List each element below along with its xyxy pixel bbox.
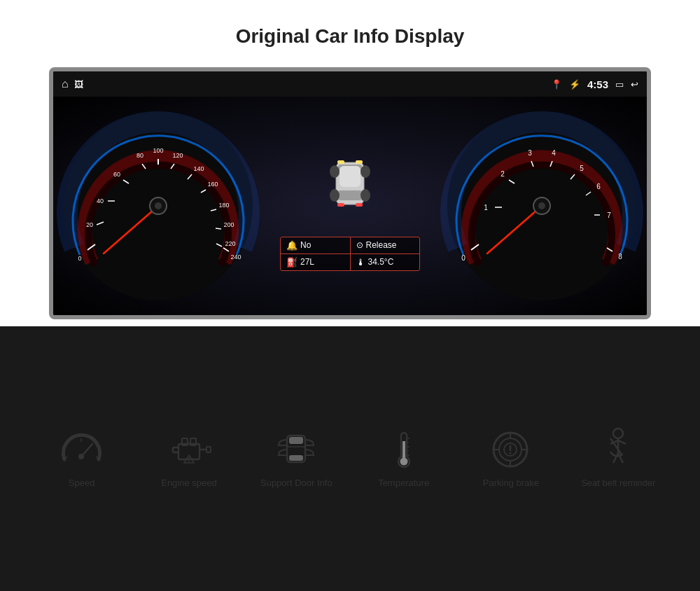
back-icon: ↩ [631,79,638,90]
svg-text:1: 1 [484,204,488,211]
info-row-top: 🔔 No ⊙ Release [281,237,419,254]
location-icon: 📍 [551,79,562,90]
svg-text:0: 0 [461,254,465,262]
home-icon: ⌂ [62,78,69,90]
seatbelt-icon: 🔔 [286,240,298,251]
svg-text:60: 60 [113,171,120,178]
feature-speed: Speed [40,429,124,489]
gauge-area: 0 20 40 60 80 100 120 140 160 180 [53,97,647,315]
svg-rect-33 [338,190,362,200]
svg-rect-40 [337,203,344,207]
parking-icon: ⊙ [356,240,363,250]
svg-rect-39 [356,160,363,164]
svg-text:5: 5 [580,165,584,172]
temp-value: 34.5°C [368,257,394,267]
seatbelt-value: No [300,240,311,250]
svg-text:40: 40 [97,197,104,204]
svg-rect-41 [356,203,363,207]
temperature-icon-area [379,429,428,471]
svg-text:120: 120 [172,152,183,159]
seatbelt-cell: 🔔 No [281,237,351,253]
parking-brake-label: Parking brake [483,478,539,489]
temp-cell: 🌡 34.5°C [351,254,420,270]
svg-rect-85 [402,441,405,458]
svg-text:7: 7 [607,211,611,219]
seatbelt-icon-area [594,429,643,471]
feature-engine: Engine speed [147,429,231,489]
svg-point-78 [188,461,190,462]
svg-rect-38 [337,160,344,164]
status-bar: ⌂ 🖼 📍 ⚡ 4:53 ▭ ↩ [53,71,647,97]
svg-text:20: 20 [86,221,93,228]
image-icon: 🖼 [74,79,83,90]
svg-text:220: 220 [225,240,235,247]
svg-text:0: 0 [78,255,81,262]
feature-temperature: Temperature [362,429,446,489]
status-time: 4:53 [587,78,608,90]
bluetooth-icon: ⚡ [569,79,580,90]
car-icon-area [322,141,378,225]
svg-text:4: 4 [552,149,556,157]
svg-text:3: 3 [528,149,532,157]
temp-icon: 🌡 [356,257,365,267]
speed-label: Speed [69,478,95,489]
status-left: ⌂ 🖼 [62,78,83,90]
engine-label: Engine speed [161,478,217,489]
fuel-value: 27L [300,257,314,267]
seatbelt-label: Seat belt reminder [581,478,655,489]
svg-text:8: 8 [618,253,622,260]
center-panel: 🔔 No ⊙ Release ⛽ 27L 🌡 34.5°C [273,101,427,311]
svg-text:6: 6 [596,183,601,190]
svg-rect-69 [178,444,200,459]
speed-icon-area [57,429,106,471]
info-box: 🔔 No ⊙ Release ⛽ 27L 🌡 34.5°C [280,237,420,271]
svg-point-36 [330,189,340,202]
svg-text:80: 80 [136,152,144,159]
speedometer-gauge: 0 20 40 60 80 100 120 140 160 180 [53,101,263,311]
screen-icon: ▭ [615,79,624,90]
tachometer-gauge: 0 1 2 3 4 5 6 7 8 [437,101,647,311]
fuel-cell: ⛽ 27L [281,254,351,270]
svg-point-86 [400,457,407,465]
svg-rect-76 [206,447,211,452]
door-label: Support Door Info [260,478,332,489]
feature-door: Support Door Info [254,429,338,489]
status-right: 📍 ⚡ 4:53 ▭ ↩ [551,78,638,90]
temperature-label: Temperature [378,478,429,489]
svg-point-35 [360,165,370,178]
info-row-bottom: ⛽ 27L 🌡 34.5°C [281,254,419,270]
svg-point-96 [510,452,512,454]
svg-point-29 [155,202,162,209]
svg-text:180: 180 [218,202,229,209]
svg-rect-81 [289,455,303,461]
svg-rect-80 [289,437,303,444]
feature-parking-brake: Parking brake [469,429,553,489]
svg-point-34 [330,165,340,178]
svg-point-63 [538,202,545,209]
svg-text:160: 160 [207,181,218,188]
engine-icon-area [164,429,214,471]
svg-text:200: 200 [223,221,234,228]
svg-point-37 [360,189,370,202]
svg-point-65 [78,454,84,459]
svg-text:2: 2 [500,170,505,178]
svg-rect-32 [340,166,360,187]
svg-text:240: 240 [230,253,241,260]
svg-point-101 [613,429,623,438]
features-section: Speed Engine speed [0,326,700,591]
svg-line-104 [618,440,626,444]
parking-cell: ⊙ Release [351,237,420,253]
dashboard-screen: ⌂ 🖼 📍 ⚡ 4:53 ▭ ↩ [49,67,651,319]
parking-brake-icon-area [486,429,536,471]
svg-text:140: 140 [193,165,204,172]
parking-value: Release [366,240,397,250]
feature-seatbelt: Seat belt reminder [576,429,660,489]
svg-text:100: 100 [153,147,163,154]
svg-line-21 [216,228,221,229]
door-icon-area [272,429,321,471]
page-title: Original Car Info Display [236,25,465,48]
fuel-icon: ⛽ [286,257,298,267]
